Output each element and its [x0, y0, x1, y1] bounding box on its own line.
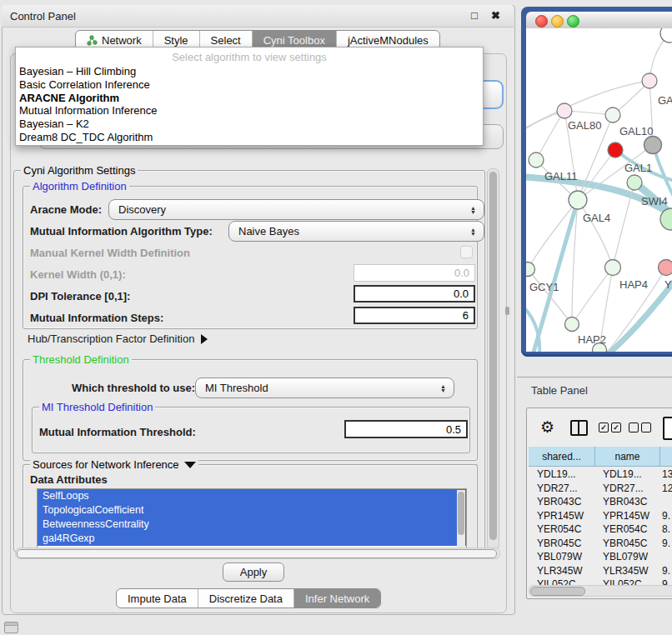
table-row[interactable]: YDR27...YDR27...12: [527, 482, 672, 497]
mi-threshold-field[interactable]: 0.5: [344, 420, 468, 438]
zoom-traffic-light[interactable]: [567, 15, 579, 28]
dropdown-item[interactable]: Bayesian – Hill Climbing: [16, 65, 483, 78]
float-window-icon[interactable]: □: [471, 9, 478, 22]
svg-text:Y: Y: [664, 278, 672, 291]
svg-text:GAL11: GAL11: [544, 170, 578, 182]
tab-infer-network[interactable]: Infer Network: [293, 589, 380, 608]
apply-button[interactable]: Apply: [223, 562, 284, 582]
mi-threshold-definition-group: MI Threshold Definition Mutual Informati…: [32, 407, 470, 453]
gear-icon[interactable]: ⚙: [540, 419, 554, 435]
list-item[interactable]: TopologicalCoefficient: [38, 503, 466, 518]
aracne-mode-combo[interactable]: Discovery ▲▼: [108, 199, 484, 220]
list-item[interactable]: BetweennessCentrality: [38, 518, 466, 532]
settings-hscrollbar-thumb[interactable]: [17, 549, 497, 558]
cyni-algorithm-settings-group: Cyni Algorithm Settings Algorithm Defini…: [13, 170, 485, 552]
dropdown-item[interactable]: Basic Correlation Inference: [16, 78, 483, 92]
node-hap4[interactable]: [605, 260, 621, 276]
node-gal4[interactable]: [569, 191, 587, 209]
settings-vscrollbar[interactable]: [487, 168, 499, 550]
table-row[interactable]: YBL079WYBL079W: [527, 551, 672, 565]
table-row-clipped[interactable]: YIL052CYIL052C9: [527, 578, 672, 585]
node-y[interactable]: [659, 260, 672, 276]
node-swi4[interactable]: [627, 175, 642, 190]
table-row[interactable]: YPR145WYPR145W9.: [527, 510, 672, 524]
list-item[interactable]: gal4RGexp: [38, 532, 466, 546]
dropdown-item[interactable]: Mutual Information Inference: [16, 104, 483, 118]
settings-vscrollbar-thumb[interactable]: [489, 172, 497, 540]
svg-text:SWI4: SWI4: [641, 195, 668, 208]
column-header-shared[interactable]: shared...: [529, 447, 595, 467]
dropdown-placeholder: Select algorithm to view settings: [16, 48, 483, 65]
show-columns-icon[interactable]: ✓✓: [599, 422, 621, 432]
network-canvas[interactable]: GAL GAL80 GAL10 GAL1 GAL11 SWI4 GAL4 GCY…: [526, 28, 672, 352]
tab-discretize-data[interactable]: Discretize Data: [198, 589, 293, 608]
mi-steps-label: Mutual Information Steps:: [30, 312, 163, 324]
svg-text:HAP4: HAP4: [619, 278, 648, 291]
list-vscrollbar-thumb[interactable]: [458, 492, 464, 535]
table-panel-title: Table Panel: [531, 384, 588, 397]
hide-columns-icon[interactable]: [629, 422, 651, 432]
node-gal80[interactable]: [557, 103, 572, 118]
settings-group-title: Cyni Algorithm Settings: [21, 164, 138, 177]
expanded-arrow-icon: [184, 462, 196, 468]
dropdown-item-selected[interactable]: ARACNE Algorithm: [16, 92, 483, 105]
table-row[interactable]: YBR043CYBR043C: [527, 496, 672, 510]
which-threshold-combo[interactable]: MI Threshold ▲▼: [195, 378, 454, 398]
node-gal10[interactable]: [605, 108, 620, 122]
dpi-tolerance-field[interactable]: 0.0: [354, 285, 475, 302]
column-header-clipped[interactable]: [660, 447, 672, 467]
collapsed-panel-icon[interactable]: [4, 622, 18, 633]
list-vscrollbar[interactable]: [457, 490, 465, 548]
svg-text:GAL10: GAL10: [619, 125, 653, 138]
export-table-icon[interactable]: [663, 417, 672, 440]
close-window-icon[interactable]: ✖: [491, 9, 500, 22]
dpi-tolerance-label: DPI Tolerance [0,1]:: [30, 290, 130, 302]
node-gal[interactable]: [642, 73, 657, 88]
dropdown-item[interactable]: Bayesian – K2: [16, 118, 483, 131]
node-hap2[interactable]: [565, 318, 579, 332]
tab-impute-data[interactable]: Impute Data: [117, 589, 198, 608]
sources-title: Sources for Network Inference: [33, 458, 179, 471]
node[interactable]: [660, 28, 672, 42]
network-graph[interactable]: GAL GAL80 GAL10 GAL1 GAL11 SWI4 GAL4 GCY…: [526, 28, 672, 352]
network-icon: [87, 35, 98, 46]
mi-type-combo[interactable]: Naive Bayes ▲▼: [228, 221, 484, 242]
list-item[interactable]: SelfLoops: [38, 489, 466, 503]
table-row[interactable]: YBR045CYBR045C9.: [527, 538, 672, 552]
minimize-traffic-light[interactable]: [551, 15, 564, 28]
combo-arrows-icon: ▲▼: [470, 206, 484, 214]
control-panel-titlebar[interactable]: [2, 5, 514, 28]
close-traffic-light[interactable]: [535, 15, 548, 28]
sources-toggle[interactable]: Sources for Network Inference: [30, 458, 198, 471]
threshold-definition-title: Threshold Definition: [30, 353, 132, 366]
hub-definition-toggle[interactable]: Hub/Transcription Factor Definition: [28, 332, 208, 345]
table-panel-separator: [517, 377, 672, 378]
node-gray[interactable]: [644, 137, 662, 154]
dropdown-item[interactable]: Dream8 DC_TDC Algorithm: [16, 131, 483, 144]
table-row[interactable]: YDL19...YDL19...13: [527, 468, 672, 482]
mi-type-label: Mutual Information Algorithm Type:: [30, 225, 213, 238]
table-hscrollbar-thumb[interactable]: [530, 587, 585, 596]
data-attributes-list[interactable]: SelfLoops TopologicalCoefficient Between…: [37, 488, 467, 552]
svg-text:GAL4: GAL4: [583, 212, 610, 224]
table-hscrollbar[interactable]: [529, 585, 672, 597]
table-row[interactable]: YLR345WYLR345W9.: [527, 565, 672, 579]
columns-icon[interactable]: [570, 420, 588, 436]
mi-steps-field[interactable]: 6: [354, 307, 475, 324]
collapsed-arrow-icon: [201, 334, 208, 344]
column-header-name[interactable]: name: [595, 447, 660, 467]
kernel-width-field[interactable]: 0.0: [354, 264, 475, 282]
network-view-window[interactable]: GAL GAL80 GAL10 GAL1 GAL11 SWI4 GAL4 GCY…: [521, 7, 672, 357]
threshold-definition-group: Threshold Definition Which threshold to …: [23, 359, 478, 461]
node-gcy1[interactable]: [526, 262, 535, 277]
node-gal1[interactable]: [608, 142, 623, 158]
settings-hscrollbar[interactable]: [15, 548, 500, 559]
node-gal11[interactable]: [529, 152, 544, 168]
bottom-tabbar: Impute Data Discretize Data Infer Networ…: [116, 588, 381, 608]
table-row[interactable]: YER054CYER054C8.: [527, 523, 672, 538]
table-panel: ⚙ ✓✓ shared... name YDL19...YDL19...13 Y…: [526, 408, 672, 599]
manual-kernel-checkbox[interactable]: [460, 246, 473, 258]
combo-arrows-icon: ▲▼: [470, 228, 484, 236]
network-window-titlebar[interactable]: [526, 12, 672, 29]
panel-splitter-handle[interactable]: [505, 307, 509, 315]
